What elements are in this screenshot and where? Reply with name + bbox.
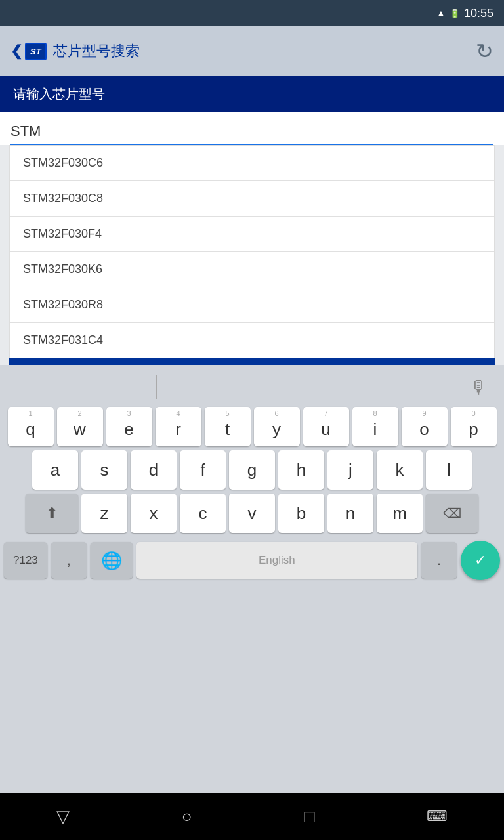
keyboard-top-bar: 🎙 [0, 370, 504, 404]
nav-bar: ▽ ○ □ ⌨ [0, 793, 504, 840]
key-y[interactable]: 6 y [254, 407, 300, 446]
search-input-area [0, 112, 504, 145]
key-q[interactable]: 1 q [8, 407, 54, 446]
key-x[interactable]: x [131, 494, 177, 533]
back-nav-icon[interactable]: ▽ [56, 807, 70, 827]
keyboard-nav-icon[interactable]: ⌨ [427, 808, 448, 825]
key-n[interactable]: n [327, 494, 373, 533]
key-o[interactable]: 9 o [402, 407, 448, 446]
header-left: ❮ ST 芯片型号搜索 [10, 41, 140, 61]
key-i[interactable]: 8 i [352, 407, 398, 446]
logo-container: ❮ ST [10, 43, 47, 60]
st-logo: ST [25, 43, 47, 60]
search-input[interactable] [10, 119, 494, 145]
key-row-1: 1 q 2 w 3 e 4 r 5 t 6 y [3, 407, 501, 446]
key-r[interactable]: 4 r [156, 407, 201, 446]
autocomplete-item[interactable]: STM32F030C8 [10, 181, 494, 217]
key-z[interactable]: z [81, 494, 127, 533]
key-d[interactable]: d [131, 450, 177, 490]
key-s[interactable]: s [81, 450, 127, 490]
signal-icon: ▲ [436, 8, 446, 18]
app-header: ❮ ST 芯片型号搜索 ↻ [0, 26, 504, 76]
key-c[interactable]: c [180, 494, 226, 533]
autocomplete-item[interactable]: STM32F030F4 [10, 217, 494, 252]
battery-icon: 🔋 [450, 9, 460, 18]
keyboard-bottom: ?123 , 🌐 English . ✓ [0, 537, 504, 584]
refresh-icon[interactable]: ↻ [476, 39, 494, 64]
autocomplete-item[interactable]: STM32F031C4 [10, 323, 494, 358]
key-a[interactable]: a [32, 450, 78, 490]
status-time: 10:55 [464, 7, 494, 20]
autocomplete-item[interactable]: STM32F030R8 [10, 287, 494, 323]
keyboard-divider-2 [308, 375, 308, 399]
key-w[interactable]: 2 w [57, 407, 103, 446]
key-row-3: ⬆ z x c v b n m ⌫ [3, 494, 501, 533]
backspace-key[interactable]: ⌫ [426, 494, 478, 533]
home-nav-icon[interactable]: ○ [182, 807, 192, 827]
key-f[interactable]: f [180, 450, 226, 490]
shift-key[interactable]: ⬆ [26, 494, 78, 533]
search-label-bar: 请输入芯片型号 [0, 76, 504, 112]
key-v[interactable]: v [229, 494, 275, 533]
key-j[interactable]: j [327, 450, 373, 490]
period-key[interactable]: . [421, 542, 457, 579]
key-u[interactable]: 7 u [303, 407, 349, 446]
keyboard-divider-1 [156, 375, 157, 399]
globe-key[interactable]: 🌐 [91, 542, 133, 579]
sym-key[interactable]: ?123 [4, 542, 47, 579]
space-key[interactable]: English [136, 542, 417, 579]
chevron-left-icon: ❮ [10, 43, 22, 60]
status-bar: ▲ 🔋 10:55 [0, 0, 504, 26]
key-t[interactable]: 5 t [205, 407, 251, 446]
autocomplete-item[interactable]: STM32F030K6 [10, 252, 494, 287]
app-content: 请输入芯片型号 [0, 76, 504, 145]
key-l[interactable]: l [426, 450, 472, 490]
key-e[interactable]: 3 e [106, 407, 152, 446]
search-label: 请输入芯片型号 [13, 87, 105, 101]
status-icons: ▲ 🔋 10:55 [436, 7, 494, 20]
key-m[interactable]: m [377, 494, 423, 533]
enter-key[interactable]: ✓ [461, 541, 500, 580]
autocomplete-list: STM32F030C6 STM32F030C8 STM32F030F4 STM3… [9, 145, 495, 358]
key-k[interactable]: k [377, 450, 423, 490]
comma-key[interactable]: , [51, 542, 87, 579]
keyboard-area: 🎙 1 q 2 w 3 e 4 r 5 t [0, 365, 504, 793]
header-title: 芯片型号搜索 [53, 41, 140, 61]
autocomplete-item[interactable]: STM32F030C6 [10, 146, 494, 181]
key-b[interactable]: b [278, 494, 324, 533]
keyboard-rows: 1 q 2 w 3 e 4 r 5 t 6 y [0, 407, 504, 533]
key-row-2: a s d f g h j k l [3, 450, 501, 490]
blue-bar [9, 358, 495, 365]
key-g[interactable]: g [229, 450, 275, 490]
recent-nav-icon[interactable]: □ [304, 807, 315, 827]
key-h[interactable]: h [278, 450, 324, 490]
key-p[interactable]: 0 p [451, 407, 497, 446]
mic-icon[interactable]: 🎙 [459, 377, 499, 398]
